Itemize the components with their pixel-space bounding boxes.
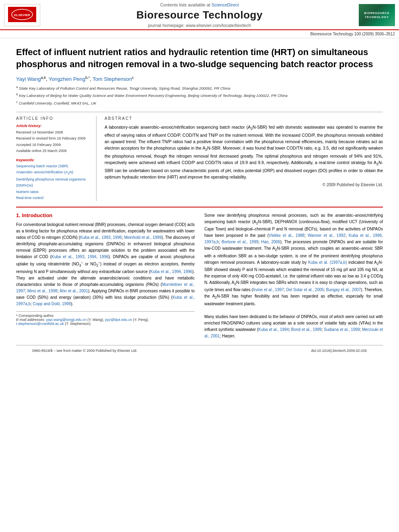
accepted-date: Accepted 16 February 2009 xyxy=(16,142,90,148)
intro-col-right: Some new denitrifying phosphorus removal… xyxy=(204,212,383,339)
email-wang[interactable]: yayi.wang@tongji.edu.cn xyxy=(46,318,86,322)
intro-title: 1. Introduction xyxy=(16,212,195,218)
affiliations: a State Key Laboratory of Pollution Cont… xyxy=(16,85,383,106)
intro-col-left: 1. Introduction For conventional biologi… xyxy=(16,212,195,339)
abstract-copyright: © 2009 Published by Elsevier Ltd. xyxy=(105,183,383,187)
ref-copp[interactable]: Copp and Dold, 1998 xyxy=(33,302,71,306)
ref-kuba-1993[interactable]: Kuba et al., 1993, 1996 xyxy=(80,235,122,240)
keyword-a2n: Anaerobic–anoxic/nitrification (A2N) xyxy=(16,169,90,177)
ref-kuba-1997ab[interactable]: Kuba et al. (1997a,b) xyxy=(308,260,347,265)
author-stephenson: Tom Stephenson xyxy=(93,76,132,82)
article-history-heading: Article history: xyxy=(16,124,90,128)
author-wang: Yayi Wang xyxy=(16,76,41,82)
received-revised-date: Received in revised form 16 February 200… xyxy=(16,136,90,142)
svg-text:ELSEVIER: ELSEVIER xyxy=(14,13,30,17)
ref-kuba-1994[interactable]: Kuba et al., 1994, 1996 xyxy=(150,269,192,274)
affil-a: a State Key Laboratory of Pollution Cont… xyxy=(16,85,383,91)
journal-logo-right: BIORESOURCETECHNOLOGY xyxy=(359,4,395,26)
footnote-emails: E-mail addresses: yayi.wang@tongji.edu.c… xyxy=(16,318,195,326)
ref-irvine[interactable]: Irvine et al., 1997 xyxy=(253,288,284,292)
ref-meinhold[interactable]: Meinhold et al., 1999 xyxy=(124,235,161,240)
elsevier-logo: ELSEVIER xyxy=(4,4,40,26)
email-peng[interactable]: pyz@bjut.edu.cn xyxy=(105,318,132,322)
ref-mino[interactable]: Mino et al., 1998 xyxy=(27,289,58,293)
received-date: Received 14 November 2008 xyxy=(16,129,90,136)
ref-bond[interactable]: Bond et al., 1999 xyxy=(291,327,322,332)
keyword-dnpao: Denitrifying phosphorus removal organism… xyxy=(16,177,90,189)
journal-title: Bioresource Technology xyxy=(40,9,359,21)
intro-text-right: Some new denitrifying phosphorus removal… xyxy=(204,212,383,339)
footnote-star-label: * Corresponding author. xyxy=(16,314,195,318)
author-peng: Yongzhen Peng xyxy=(49,76,85,82)
ref-bortone[interactable]: Bortone et al., 1999 xyxy=(222,240,258,244)
ref-wanner[interactable]: Wanner et al., 1992 xyxy=(308,233,346,238)
journal-homepage: journal homepage: www.elsevier.com/locat… xyxy=(40,23,359,28)
abstract-header: ABSTRACT xyxy=(105,116,383,121)
affil-c: c Cranfield University, Cranfield, MK43 … xyxy=(16,100,383,106)
contents-label: Contents lists available at xyxy=(160,2,210,7)
keyword-sbr: Sequencing batch reactor (SBR) xyxy=(16,163,90,169)
ref-kuba-ebpr[interactable]: Kuba et al., 1993, 1994, 1996 xyxy=(51,255,109,259)
keywords-heading: Keywords: xyxy=(16,158,90,162)
ref-sudiana[interactable]: Sudiana et al., 1999 xyxy=(324,327,360,332)
page-footer: 0960-8524/$ – see front matter © 2009 Pu… xyxy=(16,345,383,356)
journal-center: Contents lists available at ScienceDirec… xyxy=(40,2,359,28)
sciencedirect-line: Contents lists available at ScienceDirec… xyxy=(40,2,359,7)
keyword-realtime: Real-time control xyxy=(16,195,90,201)
citation-line: Bioresource Technology 100 (2009) 3506–3… xyxy=(0,30,399,38)
sciencedirect-link[interactable]: ScienceDirect xyxy=(212,2,239,7)
article-info-header: ARTICLE INFO xyxy=(16,116,90,121)
journal-header: ELSEVIER Contents lists available at Sci… xyxy=(0,0,399,30)
affil-b: b Key Laboratory of Beijing for Water Qu… xyxy=(16,92,383,99)
ref-delsolar[interactable]: Del Solar et al., 2005 xyxy=(286,288,324,292)
footer-doi: doi:10.1016/j.biortech.2009.02.026 xyxy=(311,349,367,353)
ref-bungay[interactable]: Bungay et al., 2007 xyxy=(326,288,361,292)
available-online-date: Available online 25 March 2009 xyxy=(16,148,90,154)
keyword-nutrient: Nutrient ratios xyxy=(16,189,90,195)
abstract-text: A laboratory-scale anaerobic–anoxic/nitr… xyxy=(105,124,383,180)
intro-text-left: For conventional biological nutrient rem… xyxy=(16,222,195,307)
article-title: Effect of influent nutrient ratios and h… xyxy=(16,46,383,70)
ref-hao[interactable]: Hao, 2006 xyxy=(261,240,280,244)
ref-ahn[interactable]: Ahn et al., 2001 xyxy=(60,289,88,293)
article-info-abstract-section: ARTICLE INFO Article history: Received 1… xyxy=(16,112,383,201)
main-content: Effect of influent nutrient ratios and h… xyxy=(0,38,399,364)
body-section: 1. Introduction For conventional biologi… xyxy=(16,207,383,339)
ref-kuba-1994b[interactable]: Kuba et al., 1994 xyxy=(258,327,289,332)
footnote: * Corresponding author. E-mail addresses… xyxy=(16,311,195,326)
article-info-col: ARTICLE INFO Article history: Received 1… xyxy=(16,116,97,201)
ref-vlekke[interactable]: Vlekke et al., 1988 xyxy=(269,233,304,238)
authors-line: Yayi Wanga,b, Yongzhen Pengb,*, Tom Step… xyxy=(16,76,383,82)
footer-issn: 0960-8524/$ – see front matter © 2009 Pu… xyxy=(32,349,137,353)
citation-text: Bioresource Technology 100 (2009) 3506–3… xyxy=(310,32,395,36)
email-stephenson[interactable]: t.stephenson@cranfield.ac.uk xyxy=(16,322,64,326)
abstract-col: ABSTRACT A laboratory-scale anaerobic–an… xyxy=(105,116,383,201)
